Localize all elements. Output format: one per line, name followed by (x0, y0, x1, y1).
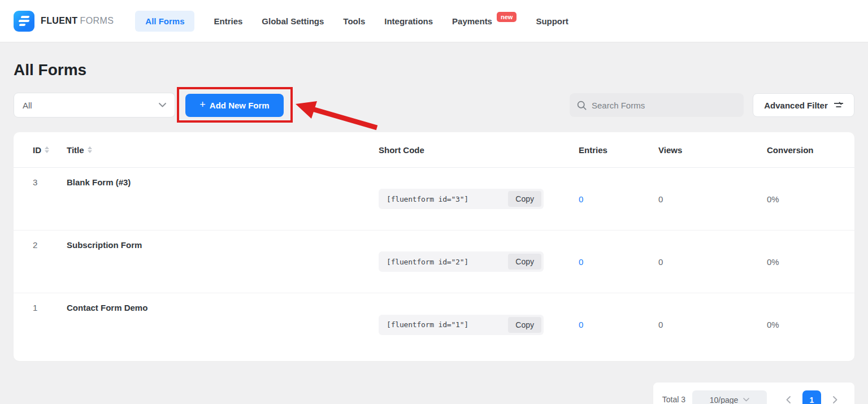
copy-shortcode-button[interactable]: Copy (508, 254, 541, 270)
add-new-form-annotated-area: + Add New Form (185, 94, 284, 117)
table-row: 2 Subscription Form [fluentform id="2"] … (14, 231, 854, 293)
forms-table-card: ID Title Short Code Entries Views Conver… (14, 132, 854, 361)
shortcode-box: [fluentform id="2"] Copy (379, 251, 544, 272)
filter-icon (834, 102, 843, 108)
copy-shortcode-button[interactable]: Copy (508, 191, 541, 207)
shortcode-text: [fluentform id="2"] (387, 258, 468, 266)
brand-name-bold: FLUENT (41, 16, 78, 25)
pagination-row: Total 3 10/page 1 (14, 383, 854, 404)
chevron-down-icon (743, 398, 749, 402)
search-forms-input[interactable] (592, 101, 736, 110)
header-views: Views (658, 132, 767, 167)
views-count: 0 (658, 257, 767, 267)
table-row: 1 Contact Form Demo [fluentform id="1"] … (14, 293, 854, 356)
header-conversion: Conversion (767, 132, 843, 167)
sort-title-icon[interactable] (88, 146, 92, 153)
shortcode-text: [fluentform id="1"] (387, 320, 468, 329)
sort-id-icon[interactable] (45, 146, 49, 153)
chevron-right-icon (833, 396, 837, 403)
views-count: 0 (658, 194, 767, 204)
shortcode-text: [fluentform id="3"] (387, 195, 468, 203)
views-count: 0 (658, 320, 767, 329)
form-title[interactable]: Contact Form Demo (67, 293, 379, 356)
nav-item-integrations[interactable]: Integrations (384, 11, 433, 32)
header-entries: Entries (579, 132, 658, 167)
chevron-down-icon (159, 103, 166, 107)
next-page-button[interactable] (829, 390, 841, 404)
form-status-filter-value: All (23, 101, 32, 110)
chevron-left-icon (786, 396, 791, 403)
page-number-1[interactable]: 1 (802, 390, 821, 404)
advanced-filter-label: Advanced Filter (764, 101, 828, 110)
nav-item-global-settings[interactable]: Global Settings (262, 11, 324, 32)
top-navigation: FLUENTFORMS All Forms Entries Global Set… (0, 0, 868, 42)
form-status-filter-select[interactable]: All (14, 93, 175, 118)
entries-count-link[interactable]: 0 (579, 194, 658, 204)
form-title[interactable]: Blank Form (#3) (67, 168, 379, 230)
form-title[interactable]: Subscription Form (67, 231, 379, 293)
previous-page-button[interactable] (782, 390, 795, 404)
header-title: Title (67, 132, 379, 167)
page-size-value: 10/page (710, 396, 739, 404)
table-row: 3 Blank Form (#3) [fluentform id="3"] Co… (14, 168, 854, 231)
conversion-rate: 0% (767, 320, 843, 329)
form-id: 2 (33, 231, 67, 293)
form-id: 1 (33, 293, 67, 356)
entries-count-link[interactable]: 0 (579, 257, 658, 267)
advanced-filter-button[interactable]: Advanced Filter (753, 93, 854, 117)
brand-name-light: FORMS (80, 16, 114, 25)
conversion-rate: 0% (767, 257, 843, 267)
nav-item-tools[interactable]: Tools (343, 11, 365, 32)
conversion-rate: 0% (767, 194, 843, 204)
fluent-forms-logo[interactable]: FLUENTFORMS (14, 11, 114, 32)
main-menu: All Forms Entries Global Settings Tools … (135, 10, 568, 32)
form-id: 3 (33, 168, 67, 230)
entries-count-link[interactable]: 0 (579, 320, 658, 329)
plus-icon: + (199, 99, 206, 110)
header-short-code: Short Code (379, 132, 579, 167)
brand-name: FLUENTFORMS (41, 16, 114, 26)
fluent-forms-logo-icon (14, 11, 34, 32)
add-new-form-label: Add New Form (210, 101, 270, 110)
nav-item-entries[interactable]: Entries (214, 11, 242, 32)
table-header-row: ID Title Short Code Entries Views Conver… (14, 132, 854, 168)
nav-item-payments[interactable]: Payments new (452, 10, 517, 32)
nav-item-payments-label: Payments (452, 16, 492, 26)
shortcode-box: [fluentform id="1"] Copy (379, 315, 544, 335)
nav-item-all-forms[interactable]: All Forms (135, 11, 194, 32)
page-content: All Forms All + Add New Form (0, 61, 868, 404)
copy-shortcode-button[interactable]: Copy (508, 317, 541, 333)
nav-item-support[interactable]: Support (536, 11, 568, 32)
forms-toolbar: All + Add New Form Advanced Filter (14, 93, 854, 118)
search-forms-box (570, 93, 744, 117)
annotation-arrow (293, 97, 385, 131)
pagination-total: Total 3 (662, 390, 685, 404)
header-id: ID (33, 132, 67, 167)
page-size-select[interactable]: 10/page (692, 390, 767, 404)
add-new-form-button[interactable]: + Add New Form (185, 94, 284, 117)
shortcode-box: [fluentform id="3"] Copy (379, 189, 544, 209)
pagination: Total 3 10/page 1 (653, 383, 854, 404)
search-icon (577, 101, 587, 110)
page-title: All Forms (14, 61, 854, 79)
new-badge: new (497, 12, 517, 22)
